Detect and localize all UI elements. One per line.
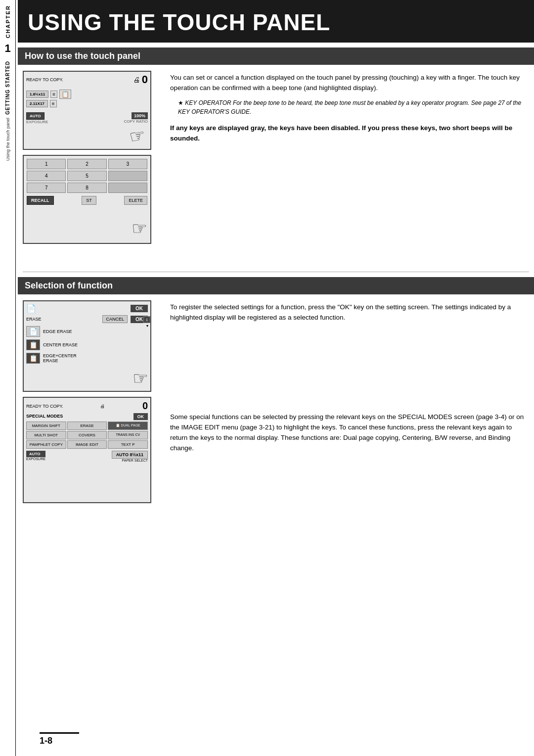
key-8[interactable]: 8 — [67, 183, 106, 193]
sp-auto-btn[interactable]: AUTO — [26, 451, 45, 457]
covers-btn[interactable]: COVERS — [67, 431, 107, 439]
ind-1: 1 — [143, 316, 150, 323]
row1-btn[interactable]: 1.8½x11 — [26, 91, 48, 98]
section1-content: READY TO COPY. 🖨 0 1.8½x11 ≡ 📋 2.11X17 ≡ — [18, 71, 534, 244]
center-erase-icon: 📋 — [26, 339, 40, 350]
erase-icon: 📄 — [26, 304, 36, 313]
title-banner: USING THE TOUCH PANEL — [18, 0, 534, 43]
special-screen: READY TO COPY. 🖨 0 SPECIAL MODES OK MARG… — [23, 397, 151, 503]
numpad-grid: 1 2 3 4 5 7 8 — [27, 159, 147, 193]
section2-left: 📄 OK ERASE CANCEL OK 📄 EDGE ERASE — [23, 300, 161, 503]
getting-started-label: GETTING STARTED — [5, 61, 10, 115]
paper-icon1: ≡ — [50, 91, 57, 98]
sidebar: CHAPTER 1 GETTING STARTED Using the touc… — [0, 0, 16, 756]
erase-label: ERASE — [26, 317, 42, 322]
section2-right: To register the selected settings for a … — [170, 300, 529, 503]
erase-items: 📄 EDGE ERASE 📋 CENTER ERASE 📋 EDGE+CENTE… — [26, 326, 148, 364]
page-title: USING THE TOUCH PANEL — [28, 9, 519, 36]
key-2[interactable]: 2 — [67, 159, 106, 169]
section1-left: READY TO COPY. 🖨 0 1.8½x11 ≡ 📋 2.11X17 ≡ — [23, 71, 161, 244]
chapter-label: CHAPTER — [5, 5, 11, 38]
edge-erase-label: EDGE ERASE — [43, 329, 72, 334]
chapter-number: 1 — [4, 42, 10, 55]
main-content: USING THE TOUCH PANEL How to use the tou… — [18, 0, 534, 503]
hand-icon1: ☞ — [128, 125, 147, 148]
text-p-btn[interactable]: TEXT P — [108, 440, 148, 449]
margin-shift-btn[interactable]: MARGIN SHIFT — [26, 422, 66, 430]
edge-erase-icon: 📄 — [26, 326, 40, 337]
page-number: 1-8 — [40, 732, 79, 746]
center-erase-label: CENTER ERASE — [43, 342, 78, 347]
cancel-button[interactable]: CANCEL — [102, 315, 128, 323]
recall-btn[interactable]: RECALL — [27, 196, 54, 205]
row2-btn[interactable]: 2.11X17 — [26, 100, 48, 107]
pamphlet-btn[interactable]: PAMPHLET COPY — [26, 440, 66, 449]
copy-icon1: 📋 — [59, 90, 71, 99]
center-erase-item: 📋 CENTER ERASE — [26, 339, 148, 350]
dual-page-icon: 📋 — [116, 424, 120, 427]
section2-header: Selection of function — [18, 277, 534, 294]
key-5[interactable]: 5 — [67, 171, 106, 181]
sp-exposure-label: EXPOSURE — [26, 457, 45, 461]
sp-ready: READY TO COPY. — [26, 404, 63, 409]
page-indicator: 1 ▼ — [143, 316, 151, 328]
edge-erase-item: 📄 EDGE ERASE — [26, 326, 148, 337]
erase-btn[interactable]: ERASE — [67, 422, 107, 430]
ok-button[interactable]: OK — [131, 305, 148, 312]
key-6 — [108, 171, 147, 181]
edge-center-item: 📋 EDGE+CENTER ERASE — [26, 353, 148, 364]
sp-printer-icon: 🖨 — [100, 404, 105, 409]
section2-content: 📄 OK ERASE CANCEL OK 📄 EDGE ERASE — [18, 300, 534, 503]
dual-page-btn[interactable]: 📋 DUAL PAGE — [108, 422, 148, 430]
key-4[interactable]: 4 — [27, 171, 66, 181]
key-3[interactable]: 3 — [108, 159, 147, 169]
section2-para1: To register the selected settings for a … — [170, 302, 529, 323]
printer-icon: 🖨 — [133, 76, 140, 84]
pct-display: 100% — [132, 112, 148, 119]
trans-cv-btn[interactable]: TRANS INS CV — [108, 431, 148, 439]
key-1[interactable]: 1 — [27, 159, 66, 169]
section1-header: How to use the touch panel — [18, 47, 534, 65]
store-btn[interactable]: ST — [82, 196, 96, 205]
divider — [23, 272, 529, 272]
section1-note: KEY OPERATOR For the beep tone to be hea… — [178, 98, 529, 116]
key-9 — [108, 183, 147, 193]
edge-center-label: EDGE+CENTER — [43, 353, 77, 358]
ready-text: READY TO COPY. — [26, 77, 63, 82]
sp-grid: MARGIN SHIFT ERASE 📋 DUAL PAGE MULTI SHO… — [26, 422, 148, 449]
section1-para1: You can set or cancel a function display… — [170, 73, 529, 94]
paper-icon2: ≡ — [50, 100, 57, 107]
hand-icon3: ☞ — [133, 368, 148, 389]
auto-btn[interactable]: AUTO — [26, 112, 44, 120]
sp-bottom-row: AUTO EXPOSURE AUTO 8½x11 PAPER SELECT — [26, 451, 148, 462]
erase2-label: ERASE — [43, 358, 77, 363]
numpad-bottom: RECALL ST ELETE — [27, 196, 147, 205]
erase-screen: 📄 OK ERASE CANCEL OK 📄 EDGE ERASE — [23, 300, 151, 392]
sp-paper-val: AUTO 8½x11 — [112, 451, 148, 459]
section1-right: You can set or cancel a function display… — [170, 71, 529, 244]
hand-icon2: ☞ — [132, 218, 147, 239]
copier-screen2: 1 2 3 4 5 7 8 RECALL ST ELETE ☞ — [23, 155, 151, 244]
multi-shot-btn[interactable]: MULTI SHOT — [26, 431, 66, 439]
key-7[interactable]: 7 — [27, 183, 66, 193]
section2-para2: Some special functions can be selected b… — [170, 412, 529, 454]
sp-paper-label: PAPER SELECT — [122, 459, 148, 462]
sidebar-sub-label: Using the touch panel — [5, 118, 10, 161]
section1-para2: If any keys are displayed gray, the keys… — [170, 123, 529, 144]
sp-ok-btn[interactable]: OK — [134, 413, 148, 420]
edge-center-icon: 📋 — [26, 353, 40, 364]
copier-screen1: READY TO COPY. 🖨 0 1.8½x11 ≡ 📋 2.11X17 ≡ — [23, 71, 151, 150]
delete-btn[interactable]: ELETE — [124, 196, 147, 205]
image-edit-btn[interactable]: IMAGE EDIT — [67, 440, 107, 449]
exposure-label: EXPOSURE — [26, 120, 48, 124]
sp-modes-title: SPECIAL MODES — [26, 414, 63, 419]
zero-display: 0 — [142, 73, 148, 86]
copy-ratio-label: COPY RATIO — [124, 119, 148, 124]
